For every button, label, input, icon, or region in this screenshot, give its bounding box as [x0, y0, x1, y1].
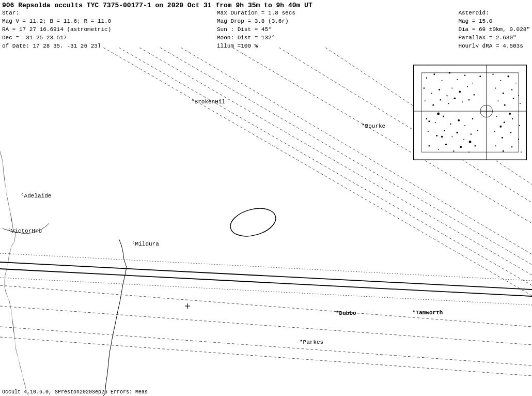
footer: Occult 4.10.6.0, SPreston2020Sep26 Error…	[0, 389, 150, 395]
svg-point-57	[467, 86, 468, 87]
svg-point-40	[433, 73, 435, 75]
svg-point-51	[424, 87, 425, 89]
svg-text:*Parkes: *Parkes	[300, 339, 323, 345]
svg-point-66	[448, 103, 449, 104]
svg-point-52	[431, 93, 432, 94]
main-container: 906 Repsolda occults TYC 7375-00177-1 on…	[0, 0, 532, 396]
header: 906 Repsolda occults TYC 7375-00177-1 on…	[0, 0, 532, 12]
svg-point-48	[500, 80, 501, 81]
asteroid-dia: Dia = 69 ±0km, 0.028"	[458, 26, 530, 34]
svg-point-71	[504, 104, 506, 106]
asteroid-parallax: ParallaX = 2.630"	[458, 34, 530, 42]
svg-text:*Bourke: *Bourke	[362, 123, 385, 129]
svg-text:°Adelaide: °Adelaide	[21, 193, 51, 199]
svg-point-73	[520, 103, 521, 104]
svg-point-98	[438, 149, 439, 150]
svg-point-111	[441, 136, 443, 138]
svg-point-75	[435, 122, 436, 123]
star-ra: RA = 17 27 16.6914 (astrometric)	[2, 26, 111, 34]
svg-point-54	[446, 95, 447, 96]
svg-point-46	[479, 75, 481, 77]
svg-point-80	[472, 118, 474, 120]
svg-point-62	[518, 95, 519, 96]
svg-point-86	[436, 135, 437, 136]
mag-drop: Mag Drop = 3.8 (3.6r)	[217, 18, 306, 26]
svg-point-104	[495, 145, 496, 146]
svg-point-113	[428, 120, 430, 122]
svg-point-105	[503, 150, 504, 152]
svg-point-96	[518, 139, 519, 140]
svg-point-94	[502, 137, 503, 139]
svg-point-110	[469, 141, 472, 143]
svg-point-53	[439, 89, 440, 90]
svg-point-70	[497, 100, 498, 101]
svg-point-100	[453, 150, 454, 151]
svg-point-67	[454, 98, 456, 100]
svg-point-108	[437, 113, 440, 115]
svg-point-56	[459, 90, 461, 93]
svg-point-43	[457, 79, 458, 80]
svg-point-47	[492, 74, 493, 75]
svg-point-65	[440, 99, 441, 100]
star-mag: Mag V = 11.2; B = 11.6; R = 11.0	[2, 18, 111, 26]
svg-point-44	[464, 74, 466, 76]
svg-point-68	[462, 101, 463, 102]
svg-point-45	[472, 83, 473, 84]
svg-point-61	[511, 89, 512, 90]
svg-point-101	[460, 146, 462, 148]
svg-point-112	[499, 126, 502, 128]
svg-point-92	[477, 130, 478, 131]
svg-point-63	[425, 100, 426, 101]
svg-point-59	[495, 88, 496, 89]
svg-point-109	[509, 113, 511, 115]
inset-svg	[414, 65, 526, 160]
svg-point-107	[521, 151, 522, 153]
svg-point-90	[463, 139, 464, 140]
svg-point-78	[458, 119, 460, 121]
svg-point-39	[426, 78, 427, 79]
svg-point-64	[432, 104, 434, 106]
svg-point-58	[474, 94, 475, 96]
svg-point-95	[510, 132, 511, 133]
svg-point-79	[464, 125, 465, 126]
svg-point-103	[475, 145, 476, 147]
svg-point-60	[503, 93, 504, 94]
svg-text:°VictorHrb: °VictorHrb	[8, 228, 42, 234]
asteroid-label: Asteroid:	[458, 9, 530, 18]
asteroid-mag: Mag = 15.0	[458, 18, 530, 26]
footer-text: Occult 4.10.6.0, SPreston2020Sep26 Error…	[2, 389, 148, 395]
svg-point-91	[471, 133, 472, 135]
svg-point-93	[494, 131, 495, 132]
svg-point-77	[450, 124, 451, 125]
svg-point-49	[507, 75, 509, 78]
svg-point-74	[426, 118, 428, 120]
inset-map	[413, 65, 527, 160]
svg-point-89	[456, 132, 458, 134]
svg-text:*Tamworth: *Tamworth	[412, 310, 443, 316]
svg-point-99	[445, 144, 447, 145]
svg-point-55	[451, 88, 452, 89]
moon-dist: Moon: Dist = 132°	[217, 34, 306, 42]
svg-point-50	[515, 83, 517, 84]
star-label: Star:	[2, 9, 111, 18]
sun-dist: Sun : Dist = 45°	[217, 26, 306, 34]
svg-point-72	[513, 98, 514, 99]
svg-point-83	[512, 118, 513, 119]
svg-point-97	[429, 145, 430, 147]
svg-text:°Mildura: °Mildura	[132, 241, 159, 247]
svg-text:*Dubbo: *Dubbo	[336, 310, 356, 316]
star-dec: Dec = -31 25 23.517	[2, 34, 111, 42]
svg-point-88	[451, 136, 452, 137]
svg-point-82	[504, 121, 505, 123]
svg-point-41	[442, 80, 443, 81]
svg-rect-32	[414, 65, 526, 160]
svg-point-106	[511, 146, 512, 147]
max-duration: Max Duration = 1.8 secs	[217, 9, 306, 18]
svg-point-81	[496, 116, 497, 117]
svg-point-84	[519, 125, 520, 126]
svg-point-102	[468, 151, 470, 153]
svg-point-76	[443, 115, 444, 117]
svg-point-85	[428, 131, 429, 132]
svg-text:°BrokenHil: °BrokenHil	[191, 99, 225, 105]
svg-point-87	[444, 130, 445, 131]
